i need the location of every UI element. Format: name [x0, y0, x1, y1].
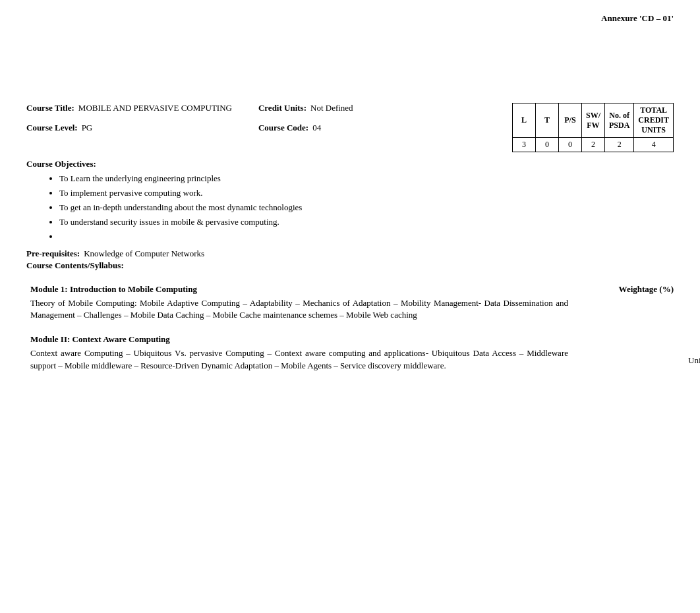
course-code-value: 04 — [312, 123, 321, 133]
col-header-t: T — [535, 103, 558, 138]
list-item: To get an in-depth understanding about t… — [59, 202, 674, 213]
course-code-label: Course Code: — [258, 123, 308, 133]
list-item: To implement pervasive computing work. — [59, 188, 674, 198]
list-item: To Learn the underlying engineering prin… — [59, 173, 674, 184]
list-item — [59, 231, 674, 242]
val-swfw: 2 — [581, 138, 604, 152]
course-level-value: PG — [82, 123, 93, 133]
course-title-value: MOBILE AND PERVASIVE COMPUTING — [78, 103, 232, 113]
credit-units-row: Credit Units: Not Defined — [258, 103, 353, 113]
modules-area: Weightage (%) Module 1: Introduction to … — [26, 284, 674, 372]
val-l: 3 — [512, 138, 535, 152]
prereq-value: Knowledge of Computer Networks — [84, 248, 204, 258]
module-1-block: Module 1: Introduction to Mobile Computi… — [26, 284, 674, 321]
course-title-label: Course Title: — [26, 103, 74, 113]
module-2-content: Context aware Computing – Ubiquitous Vs.… — [26, 347, 568, 371]
module-1-content: Theory of Mobile Computing: Mobile Adapt… — [26, 297, 568, 321]
prereq-line: Pre-requisites:Knowledge of Computer Net… — [26, 248, 674, 259]
credit-units-label: Credit Units: — [258, 103, 306, 113]
val-ps: 0 — [558, 138, 581, 152]
credit-values-row: 3 0 0 2 2 4 — [512, 138, 673, 152]
credit-table: L T P/S SW/FW No. ofPSDA TOTALCREDITUNIT… — [512, 103, 674, 152]
annexure-text: Annexure 'CD – 01' — [26, 13, 674, 24]
module-2-weightage: University of Florida 20 University of B… — [680, 334, 700, 376]
col-header-swfw: SW/FW — [581, 103, 604, 138]
col-header-ps: P/S — [558, 103, 581, 138]
module-2-block: Module II: Context Aware Computing Conte… — [26, 334, 674, 371]
col-header-total-credit: TOTALCREDITUNITS — [634, 103, 674, 138]
course-code-row: Course Code: 04 — [258, 123, 353, 133]
course-level-row: Course Level: PG — [26, 123, 232, 133]
course-level-label: Course Level: — [26, 123, 78, 133]
course-header: Course Title: MOBILE AND PERVASIVE COMPU… — [26, 103, 674, 152]
prereq-label: Pre-requisites: — [26, 248, 80, 258]
col-header-psda: No. ofPSDA — [604, 103, 633, 138]
course-title-row: Course Title: MOBILE AND PERVASIVE COMPU… — [26, 103, 232, 113]
objectives-title: Course Objectives: — [26, 159, 674, 169]
objectives-list: To Learn the underlying engineering prin… — [59, 173, 674, 242]
syllabus-label: Course Contents/Syllabus: — [26, 260, 674, 271]
list-item: To understand security issues in mobile … — [59, 217, 674, 227]
module-1-title: Module 1: Introduction to Mobile Computi… — [26, 284, 568, 295]
credit-table-container: L T P/S SW/FW No. ofPSDA TOTALCREDITUNIT… — [512, 103, 674, 152]
module-2-title: Module II: Context Aware Computing — [26, 334, 568, 345]
val-total-credit: 4 — [634, 138, 674, 152]
val-psda: 2 — [604, 138, 633, 152]
col-header-l: L — [512, 103, 535, 138]
credit-units-value: Not Defined — [310, 103, 353, 113]
module-1-weightage: 20 — [680, 284, 700, 295]
prereq-section: Pre-requisites:Knowledge of Computer Net… — [26, 248, 674, 271]
val-t: 0 — [535, 138, 558, 152]
objectives-section: Course Objectives: To Learn the underlyi… — [26, 159, 674, 242]
